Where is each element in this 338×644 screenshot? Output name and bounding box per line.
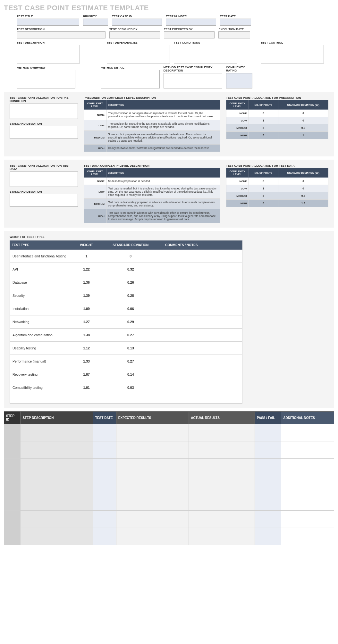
- input-designed-by[interactable]: [109, 31, 160, 38]
- input-test-case-id[interactable]: [112, 19, 162, 26]
- cell-test-date[interactable]: [93, 424, 116, 441]
- cell-passfail[interactable]: [255, 528, 281, 545]
- cell-actual[interactable]: [189, 528, 255, 545]
- cell-step-id[interactable]: [4, 441, 21, 459]
- cell-passfail[interactable]: [255, 511, 281, 528]
- lbl-test-description-2: TEST DESCRIPTION: [17, 41, 80, 44]
- cell-test-type: Database: [10, 276, 75, 289]
- cell-passfail[interactable]: [255, 459, 281, 476]
- cell-actual[interactable]: [189, 424, 255, 441]
- cell-notes[interactable]: [281, 493, 334, 511]
- cell: 0.6: [278, 192, 328, 200]
- cell-test-date[interactable]: [93, 441, 116, 459]
- input-test-title[interactable]: [17, 19, 79, 26]
- cell-comments[interactable]: [163, 289, 242, 302]
- table-row: [4, 493, 334, 511]
- cell-actual[interactable]: [189, 459, 255, 476]
- cell-step-desc[interactable]: [21, 511, 93, 528]
- cell-test-type: Recovery testing: [10, 368, 75, 381]
- cell-actual[interactable]: [189, 441, 255, 459]
- cell-comments[interactable]: [163, 276, 242, 289]
- cell-actual[interactable]: [189, 511, 255, 528]
- cell-comments[interactable]: [163, 263, 242, 276]
- cell-notes[interactable]: [281, 441, 334, 459]
- input-priority[interactable]: [83, 19, 108, 26]
- cell-step-id[interactable]: [4, 511, 21, 528]
- cell-step-id[interactable]: [4, 493, 21, 511]
- cell-test-date[interactable]: [93, 528, 116, 545]
- cell-expected[interactable]: [116, 459, 189, 476]
- cell-passfail[interactable]: [255, 424, 281, 441]
- pre-alloc-input[interactable]: [10, 104, 78, 119]
- th-expected: EXPECTED RESULTS: [116, 412, 189, 424]
- input-exec-date[interactable]: [218, 31, 250, 38]
- cell-notes[interactable]: [281, 511, 334, 528]
- td-sd-input[interactable]: [10, 194, 78, 207]
- input-method-complexity[interactable]: [164, 73, 222, 88]
- cell-step-desc[interactable]: [21, 476, 93, 493]
- cell-expected[interactable]: [116, 476, 189, 493]
- cell-test-date[interactable]: [93, 511, 116, 528]
- cell-step-id[interactable]: [4, 459, 21, 476]
- input-dependencies[interactable]: [107, 45, 170, 63]
- td-alloc-input[interactable]: [10, 171, 78, 187]
- input-test-date[interactable]: [220, 19, 251, 26]
- input-executed-by[interactable]: [164, 31, 215, 38]
- cell-comments[interactable]: [163, 302, 242, 315]
- cell-expected[interactable]: [116, 424, 189, 441]
- th-test-date: TEST DATE: [93, 412, 116, 424]
- input-test-description-2[interactable]: [17, 45, 80, 63]
- lbl-designed-by: TEST DESIGNED BY: [109, 28, 160, 31]
- cell-comments[interactable]: [163, 315, 242, 329]
- cell: 3: [249, 192, 278, 200]
- input-method-overview[interactable]: [17, 70, 75, 88]
- cell-step-desc[interactable]: [21, 441, 93, 459]
- cell-sd: 0.26: [98, 276, 163, 289]
- cell-sd: 0.32: [98, 263, 163, 276]
- pre-desc-none: The precondition is not applicable or im…: [106, 110, 220, 120]
- pre-sd-input[interactable]: [10, 126, 78, 139]
- cell-comments[interactable]: [163, 394, 242, 404]
- cell-step-desc[interactable]: [21, 528, 93, 545]
- input-method-detail[interactable]: [101, 70, 159, 88]
- cell-test-date[interactable]: [93, 493, 116, 511]
- input-complexity-rating[interactable]: [226, 73, 252, 88]
- input-control[interactable]: [261, 45, 324, 63]
- table-row: [10, 394, 242, 404]
- cell-expected[interactable]: [116, 511, 189, 528]
- cell-step-desc[interactable]: [21, 424, 93, 441]
- cell-test-date[interactable]: [93, 459, 116, 476]
- cell-comments[interactable]: [163, 381, 242, 394]
- cell-test-type: [10, 394, 75, 404]
- cell-notes[interactable]: [281, 424, 334, 441]
- input-test-description-1[interactable]: [17, 31, 106, 38]
- td-alloc-table: COMPLEXITY LEVELNO. OF POINTSSTANDARD DE…: [226, 168, 328, 207]
- cell-comments[interactable]: [163, 355, 242, 368]
- cell-expected[interactable]: [116, 493, 189, 511]
- table-row: [4, 511, 334, 528]
- cell-comments[interactable]: [163, 368, 242, 381]
- cell-step-id[interactable]: [4, 424, 21, 441]
- cell-notes[interactable]: [281, 476, 334, 493]
- input-test-number[interactable]: [166, 19, 216, 26]
- cell-comments[interactable]: [163, 342, 242, 355]
- cell-test-date[interactable]: [93, 476, 116, 493]
- cell-step-desc[interactable]: [21, 493, 93, 511]
- cell-passfail[interactable]: [255, 441, 281, 459]
- input-conditions[interactable]: [174, 45, 237, 63]
- cell-notes[interactable]: [281, 459, 334, 476]
- cell-passfail[interactable]: [255, 493, 281, 511]
- cell-step-desc[interactable]: [21, 459, 93, 476]
- cell-weight: 1.22: [75, 263, 98, 276]
- cell-actual[interactable]: [189, 476, 255, 493]
- cell-notes[interactable]: [281, 528, 334, 545]
- cell-expected[interactable]: [116, 441, 189, 459]
- cell-actual[interactable]: [189, 493, 255, 511]
- cell-comments[interactable]: [163, 329, 242, 342]
- cell-step-id[interactable]: [4, 476, 21, 493]
- cell-passfail[interactable]: [255, 476, 281, 493]
- cell-expected[interactable]: [116, 528, 189, 545]
- cell-weight: 1.38: [75, 329, 98, 342]
- cell-comments[interactable]: [163, 250, 242, 263]
- cell-step-id[interactable]: [4, 528, 21, 545]
